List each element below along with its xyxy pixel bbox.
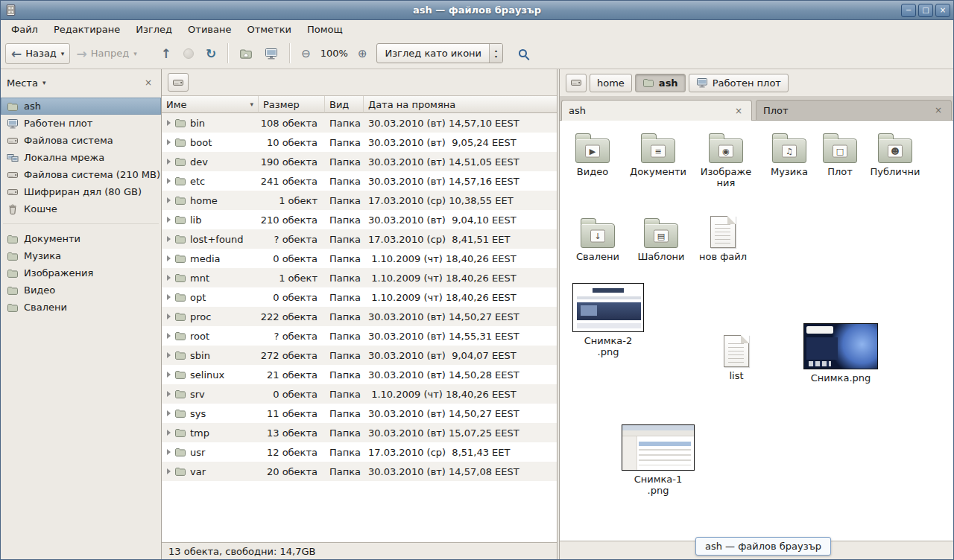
sidebar-item[interactable]: Файлова система (210 MB) bbox=[1, 166, 161, 183]
icon-item-snimka2[interactable]: Снимка-2.png bbox=[572, 283, 645, 357]
expander-icon[interactable] bbox=[167, 333, 171, 339]
expander-icon[interactable] bbox=[167, 236, 171, 242]
sidebar-item[interactable]: Файлова система bbox=[1, 132, 161, 149]
combo-spinner-icon[interactable]: ▴ ▾ bbox=[489, 44, 502, 63]
zoom-out-button[interactable]: ⊖ bbox=[295, 43, 317, 64]
icon-item-documents[interactable]: ≡ Документи bbox=[628, 133, 688, 177]
table-row[interactable]: srv0 обектаПапка 1.10.2009 (чт) 18,40,26… bbox=[162, 384, 557, 404]
column-header-size[interactable]: Размер bbox=[259, 96, 325, 113]
table-row[interactable]: home1 обектПапка17.03.2010 (ср) 10,38,55… bbox=[162, 191, 557, 210]
expander-icon[interactable] bbox=[167, 120, 171, 126]
sidebar-item[interactable]: Изображения bbox=[1, 264, 161, 281]
search-button[interactable] bbox=[513, 45, 533, 62]
tab-desktop[interactable]: Плот × bbox=[756, 100, 952, 120]
sidebar-item[interactable]: Свалени bbox=[1, 299, 161, 316]
expander-icon[interactable] bbox=[167, 197, 171, 203]
table-row[interactable]: sbin272 обектаПапка30.03.2010 (вт) 9,04,… bbox=[162, 346, 557, 365]
icon-item-list-file[interactable]: list bbox=[718, 335, 755, 381]
icon-item-templates[interactable]: ▤ Шаблони bbox=[636, 217, 686, 262]
table-row[interactable]: var20 обектаПапка30.03.2010 (вт) 14,57,0… bbox=[162, 462, 557, 481]
tab-close-icon[interactable]: × bbox=[733, 105, 745, 117]
title-bar[interactable]: ash — файлов браузър ─ □ × bbox=[1, 1, 953, 20]
column-header-name[interactable]: Име ▾ bbox=[162, 96, 259, 113]
table-row[interactable]: tmp13 обектаПапка30.03.2010 (вт) 15,07,2… bbox=[162, 423, 557, 442]
column-header-date[interactable]: Дата на промяна bbox=[364, 96, 557, 113]
expander-icon[interactable] bbox=[167, 255, 171, 261]
icon-item-snimka1[interactable]: Снимка-1.png bbox=[621, 424, 695, 496]
root-location-button[interactable] bbox=[168, 73, 189, 92]
expander-icon[interactable] bbox=[167, 410, 171, 416]
menu-item[interactable]: Помощ bbox=[300, 22, 350, 36]
expander-icon[interactable] bbox=[167, 352, 171, 358]
menu-item[interactable]: Файл bbox=[4, 22, 45, 36]
table-row[interactable]: media0 обектаПапка 1.10.2009 (чт) 18,40,… bbox=[162, 249, 557, 268]
table-row[interactable]: mnt1 обектПапка 1.10.2009 (чт) 18,40,26 … bbox=[162, 268, 557, 287]
sidebar-close-icon[interactable]: × bbox=[142, 76, 155, 89]
table-row[interactable]: lib210 обектаПапка30.03.2010 (вт) 9,04,1… bbox=[162, 210, 557, 229]
expander-icon[interactable] bbox=[167, 372, 171, 378]
table-row[interactable]: etc241 обектаПапка30.03.2010 (вт) 14,57,… bbox=[162, 171, 557, 191]
close-button[interactable]: × bbox=[935, 4, 950, 17]
icon-item-images[interactable]: ◉ Изображения bbox=[698, 133, 754, 188]
sidebar-item[interactable]: Локална мрежа bbox=[1, 149, 161, 166]
expander-icon[interactable] bbox=[167, 391, 171, 397]
breadcrumb-ash-button[interactable]: ash bbox=[635, 74, 686, 92]
table-row[interactable]: root? обектаПапка30.03.2010 (вт) 14,55,3… bbox=[162, 326, 557, 346]
expander-icon[interactable] bbox=[167, 217, 171, 223]
places-title[interactable]: Места bbox=[7, 77, 38, 89]
back-dropdown-icon[interactable]: ▾ bbox=[61, 50, 65, 57]
table-row[interactable]: proc222 обектаПапка30.03.2010 (вт) 14,50… bbox=[162, 307, 557, 326]
table-row[interactable]: bin108 обектаПапка30.03.2010 (вт) 14,57,… bbox=[162, 113, 557, 133]
icon-view[interactable]: ▶ Видео ≡ Документи ◉ Изображения ♫ Музи… bbox=[560, 121, 953, 541]
menu-item[interactable]: Изглед bbox=[129, 22, 179, 36]
menu-item[interactable]: Отиване bbox=[181, 22, 238, 36]
forward-button[interactable]: → Напред ▾ bbox=[70, 43, 142, 64]
tab-close-icon[interactable]: × bbox=[932, 104, 944, 116]
icon-item-downloads[interactable]: ↓ Свалени bbox=[575, 217, 621, 262]
table-row[interactable]: boot10 обектаПапка30.03.2010 (вт) 9,05,2… bbox=[162, 133, 557, 152]
breadcrumb-home-button[interactable]: home bbox=[590, 74, 632, 92]
file-list-body[interactable]: bin108 обектаПапка30.03.2010 (вт) 14,57,… bbox=[162, 113, 557, 542]
back-button[interactable]: ← Назад ▾ bbox=[5, 43, 70, 64]
expander-icon[interactable] bbox=[167, 314, 171, 319]
icon-item-snimka[interactable]: Снимка.png bbox=[803, 323, 879, 384]
table-row[interactable]: dev190 обектаПапка30.03.2010 (вт) 14,51,… bbox=[162, 152, 557, 171]
expander-icon[interactable] bbox=[167, 430, 171, 436]
up-button[interactable]: ↑ bbox=[155, 43, 177, 64]
view-mode-combo[interactable]: Изглед като икони ▴ ▾ bbox=[376, 43, 503, 63]
expander-icon[interactable] bbox=[167, 275, 171, 281]
sidebar-item[interactable]: Видео bbox=[1, 281, 161, 299]
expander-icon[interactable] bbox=[167, 449, 171, 455]
table-row[interactable]: sys11 обектаПапка30.03.2010 (вт) 14,50,2… bbox=[162, 404, 557, 423]
sidebar-item[interactable]: Шифриран дял (80 GB) bbox=[1, 183, 161, 200]
reload-button[interactable]: ↻ bbox=[200, 43, 222, 64]
icon-item-public[interactable]: ☻ Публични bbox=[868, 133, 922, 177]
sidebar-item[interactable]: Работен плот bbox=[1, 115, 161, 132]
stop-button[interactable] bbox=[177, 44, 200, 63]
sidebar-item[interactable]: Документи bbox=[1, 230, 161, 247]
sort-dropdown-icon[interactable]: ▾ bbox=[250, 101, 253, 108]
sidebar-item[interactable]: Музика bbox=[1, 247, 161, 264]
sidebar-item[interactable]: Кошче bbox=[1, 200, 161, 217]
tab-ash[interactable]: ash × bbox=[561, 100, 752, 121]
expander-icon[interactable] bbox=[167, 468, 171, 474]
minimize-button[interactable]: ─ bbox=[901, 4, 916, 17]
icon-item-desktop[interactable]: □ Плот bbox=[822, 133, 858, 177]
zoom-in-button[interactable]: ⊕ bbox=[352, 43, 373, 64]
menu-item[interactable]: Отметки bbox=[240, 22, 297, 36]
maximize-button[interactable]: □ bbox=[918, 4, 933, 17]
icon-item-new-file[interactable]: нов файл bbox=[697, 216, 749, 262]
table-row[interactable]: lost+found? обектаПапка17.03.2010 (ср) 8… bbox=[162, 229, 557, 249]
column-header-type[interactable]: Вид bbox=[325, 96, 364, 113]
menu-item[interactable]: Редактиране bbox=[47, 22, 127, 36]
table-row[interactable]: opt0 обектаПапка 1.10.2009 (чт) 18,40,26… bbox=[162, 287, 557, 307]
icon-item-music[interactable]: ♫ Музика bbox=[767, 133, 812, 177]
sidebar-item[interactable]: ash bbox=[1, 98, 161, 115]
expander-icon[interactable] bbox=[167, 294, 171, 300]
table-row[interactable]: selinux21 обектаПапка30.03.2010 (вт) 14,… bbox=[162, 365, 557, 384]
computer-button[interactable] bbox=[259, 42, 284, 65]
home-button[interactable] bbox=[233, 42, 259, 65]
table-row[interactable]: usr12 обектаПапка17.03.2010 (ср) 8,51,43… bbox=[162, 442, 557, 462]
breadcrumb-desktop-button[interactable]: Работен плот bbox=[689, 74, 789, 92]
expander-icon[interactable] bbox=[167, 159, 171, 165]
